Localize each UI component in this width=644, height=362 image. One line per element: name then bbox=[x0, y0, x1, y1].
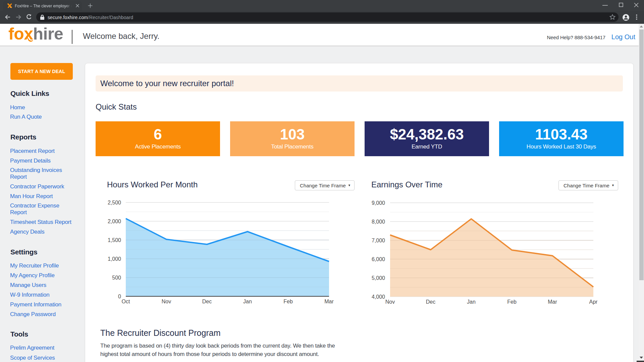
svg-text:Nov: Nov bbox=[162, 299, 171, 304]
svg-text:8,000: 8,000 bbox=[372, 219, 385, 225]
svg-text:7,000: 7,000 bbox=[372, 238, 385, 243]
svg-text:Mar: Mar bbox=[548, 299, 557, 305]
svg-text:6,000: 6,000 bbox=[372, 256, 385, 262]
svg-text:0: 0 bbox=[118, 294, 121, 299]
svg-text:5,000: 5,000 bbox=[372, 275, 385, 281]
svg-text:Apr: Apr bbox=[589, 299, 598, 305]
svg-text:1,000: 1,000 bbox=[108, 256, 121, 262]
svg-text:Feb: Feb bbox=[507, 299, 517, 305]
svg-text:2,500: 2,500 bbox=[108, 200, 121, 205]
svg-text:4,000: 4,000 bbox=[372, 294, 385, 300]
svg-text:9,000: 9,000 bbox=[372, 200, 385, 206]
svg-text:Dec: Dec bbox=[426, 299, 435, 305]
svg-text:2,000: 2,000 bbox=[108, 219, 121, 224]
svg-text:Mar: Mar bbox=[324, 299, 334, 304]
svg-text:Jan: Jan bbox=[467, 299, 476, 305]
svg-text:1,500: 1,500 bbox=[108, 237, 121, 243]
svg-text:Feb: Feb bbox=[283, 299, 293, 304]
svg-text:Jan: Jan bbox=[243, 299, 252, 304]
svg-text:Nov: Nov bbox=[385, 299, 395, 305]
svg-text:500: 500 bbox=[112, 275, 121, 281]
svg-text:Dec: Dec bbox=[202, 299, 212, 304]
svg-text:Oct: Oct bbox=[122, 299, 130, 304]
